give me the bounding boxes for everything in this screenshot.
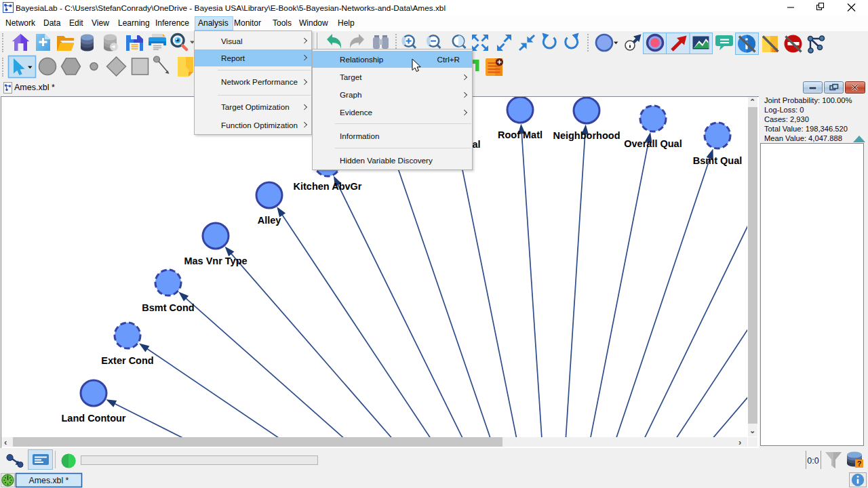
svg-text:Bsmt Cond: Bsmt Cond — [142, 302, 194, 313]
svg-text:?: ? — [857, 460, 862, 468]
svg-text:Bsmt Qual: Bsmt Qual — [693, 155, 743, 166]
svg-text:Neighborhood: Neighborhood — [553, 130, 620, 141]
svg-text:Kitchen AbvGr: Kitchen AbvGr — [294, 181, 362, 192]
svg-text:Land Contour: Land Contour — [61, 413, 125, 424]
svg-text:Roof Matl: Roof Matl — [498, 129, 542, 140]
svg-text:0:0: 0:0 — [807, 456, 818, 466]
svg-text:Exter Cond: Exter Cond — [101, 355, 153, 366]
svg-text:Overall Qual: Overall Qual — [624, 138, 682, 149]
svg-text:Ames.xbl *: Ames.xbl * — [29, 476, 69, 485]
svg-text:Alley: Alley — [258, 215, 281, 226]
svg-text:Mas Vnr Type: Mas Vnr Type — [184, 256, 247, 266]
